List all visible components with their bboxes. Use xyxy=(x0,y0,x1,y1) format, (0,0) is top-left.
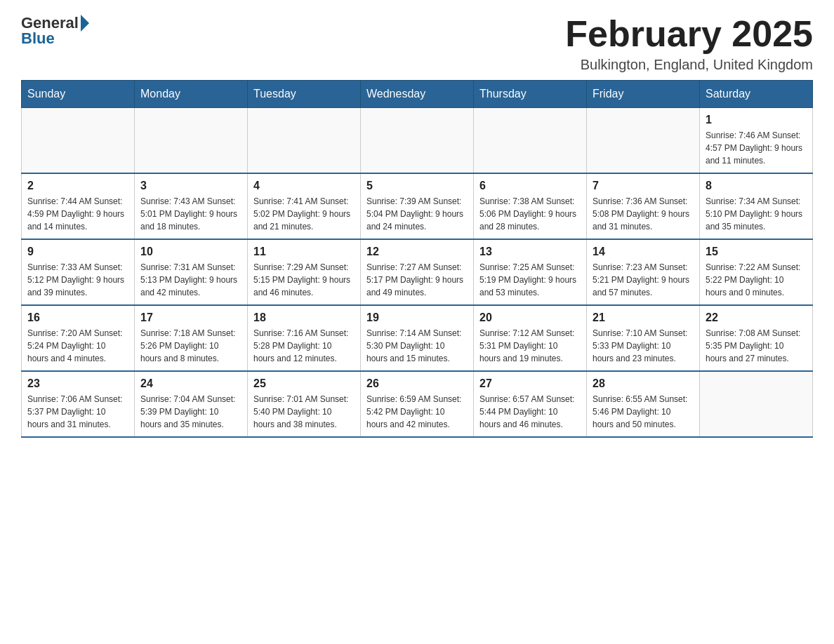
day-number: 9 xyxy=(27,246,128,258)
calendar-day: 5Sunrise: 7:39 AM Sunset: 5:04 PM Daylig… xyxy=(361,173,474,239)
day-number: 4 xyxy=(253,180,355,192)
logo: General Blue xyxy=(21,14,89,48)
day-number: 2 xyxy=(27,180,128,192)
calendar-day xyxy=(474,108,587,174)
calendar-day xyxy=(700,371,813,437)
calendar-day: 1Sunrise: 7:46 AM Sunset: 4:57 PM Daylig… xyxy=(700,108,813,174)
day-info: Sunrise: 7:18 AM Sunset: 5:26 PM Dayligh… xyxy=(140,327,241,365)
calendar-day: 2Sunrise: 7:44 AM Sunset: 4:59 PM Daylig… xyxy=(22,173,135,239)
day-info: Sunrise: 7:12 AM Sunset: 5:31 PM Dayligh… xyxy=(479,327,581,365)
day-info: Sunrise: 7:29 AM Sunset: 5:15 PM Dayligh… xyxy=(253,261,355,299)
calendar-day: 7Sunrise: 7:36 AM Sunset: 5:08 PM Daylig… xyxy=(587,173,700,239)
day-info: Sunrise: 7:43 AM Sunset: 5:01 PM Dayligh… xyxy=(140,195,241,233)
day-info: Sunrise: 6:57 AM Sunset: 5:44 PM Dayligh… xyxy=(479,393,581,431)
day-info: Sunrise: 7:27 AM Sunset: 5:17 PM Dayligh… xyxy=(366,261,468,299)
calendar-day: 8Sunrise: 7:34 AM Sunset: 5:10 PM Daylig… xyxy=(700,173,813,239)
day-number: 15 xyxy=(706,246,807,258)
day-number: 20 xyxy=(479,311,581,324)
calendar-day: 3Sunrise: 7:43 AM Sunset: 5:01 PM Daylig… xyxy=(135,173,248,239)
day-info: Sunrise: 6:59 AM Sunset: 5:42 PM Dayligh… xyxy=(366,393,468,431)
day-number: 14 xyxy=(593,246,694,258)
calendar-day: 12Sunrise: 7:27 AM Sunset: 5:17 PM Dayli… xyxy=(361,239,474,305)
day-number: 24 xyxy=(140,377,241,390)
calendar-day: 19Sunrise: 7:14 AM Sunset: 5:30 PM Dayli… xyxy=(361,305,474,371)
calendar-day: 27Sunrise: 6:57 AM Sunset: 5:44 PM Dayli… xyxy=(474,371,587,437)
weekday-header-friday: Friday xyxy=(587,81,700,108)
day-number: 7 xyxy=(593,180,694,192)
day-number: 19 xyxy=(366,311,468,324)
day-number: 21 xyxy=(593,311,694,324)
calendar-day xyxy=(22,108,135,174)
location-subtitle: Bulkington, England, United Kingdom xyxy=(565,57,813,73)
day-info: Sunrise: 7:06 AM Sunset: 5:37 PM Dayligh… xyxy=(27,393,128,431)
weekday-header-saturday: Saturday xyxy=(700,81,813,108)
calendar-day: 24Sunrise: 7:04 AM Sunset: 5:39 PM Dayli… xyxy=(135,371,248,437)
day-number: 17 xyxy=(140,311,241,324)
day-number: 1 xyxy=(706,114,807,126)
calendar-table: SundayMondayTuesdayWednesdayThursdayFrid… xyxy=(21,80,813,438)
calendar-header: SundayMondayTuesdayWednesdayThursdayFrid… xyxy=(22,81,813,108)
day-info: Sunrise: 7:04 AM Sunset: 5:39 PM Dayligh… xyxy=(140,393,241,431)
calendar-day: 18Sunrise: 7:16 AM Sunset: 5:28 PM Dayli… xyxy=(248,305,361,371)
calendar-day: 25Sunrise: 7:01 AM Sunset: 5:40 PM Dayli… xyxy=(248,371,361,437)
day-number: 27 xyxy=(479,377,581,390)
calendar-week-4: 16Sunrise: 7:20 AM Sunset: 5:24 PM Dayli… xyxy=(22,305,813,371)
day-number: 18 xyxy=(253,311,355,324)
calendar-day: 4Sunrise: 7:41 AM Sunset: 5:02 PM Daylig… xyxy=(248,173,361,239)
day-number: 10 xyxy=(140,246,241,258)
calendar-day: 16Sunrise: 7:20 AM Sunset: 5:24 PM Dayli… xyxy=(22,305,135,371)
day-number: 23 xyxy=(27,377,128,390)
calendar-week-5: 23Sunrise: 7:06 AM Sunset: 5:37 PM Dayli… xyxy=(22,371,813,437)
calendar-day xyxy=(248,108,361,174)
calendar-day: 26Sunrise: 6:59 AM Sunset: 5:42 PM Dayli… xyxy=(361,371,474,437)
day-info: Sunrise: 7:08 AM Sunset: 5:35 PM Dayligh… xyxy=(706,327,807,365)
day-info: Sunrise: 7:41 AM Sunset: 5:02 PM Dayligh… xyxy=(253,195,355,233)
day-number: 5 xyxy=(366,180,468,192)
day-info: Sunrise: 7:10 AM Sunset: 5:33 PM Dayligh… xyxy=(593,327,694,365)
calendar-day: 21Sunrise: 7:10 AM Sunset: 5:33 PM Dayli… xyxy=(587,305,700,371)
calendar-week-1: 1Sunrise: 7:46 AM Sunset: 4:57 PM Daylig… xyxy=(22,108,813,174)
weekday-header-sunday: Sunday xyxy=(22,81,135,108)
weekday-header-tuesday: Tuesday xyxy=(248,81,361,108)
calendar-day: 23Sunrise: 7:06 AM Sunset: 5:37 PM Dayli… xyxy=(22,371,135,437)
day-info: Sunrise: 7:23 AM Sunset: 5:21 PM Dayligh… xyxy=(593,261,694,299)
day-number: 16 xyxy=(27,311,128,324)
calendar-week-2: 2Sunrise: 7:44 AM Sunset: 4:59 PM Daylig… xyxy=(22,173,813,239)
calendar-day: 9Sunrise: 7:33 AM Sunset: 5:12 PM Daylig… xyxy=(22,239,135,305)
calendar-day xyxy=(361,108,474,174)
calendar-body: 1Sunrise: 7:46 AM Sunset: 4:57 PM Daylig… xyxy=(22,108,813,438)
day-info: Sunrise: 7:25 AM Sunset: 5:19 PM Dayligh… xyxy=(479,261,581,299)
day-number: 26 xyxy=(366,377,468,390)
weekday-header-monday: Monday xyxy=(135,81,248,108)
day-info: Sunrise: 7:46 AM Sunset: 4:57 PM Dayligh… xyxy=(706,129,807,167)
calendar-week-3: 9Sunrise: 7:33 AM Sunset: 5:12 PM Daylig… xyxy=(22,239,813,305)
weekday-header-thursday: Thursday xyxy=(474,81,587,108)
day-number: 3 xyxy=(140,180,241,192)
weekday-header-wednesday: Wednesday xyxy=(361,81,474,108)
day-number: 25 xyxy=(253,377,355,390)
calendar-day: 14Sunrise: 7:23 AM Sunset: 5:21 PM Dayli… xyxy=(587,239,700,305)
day-info: Sunrise: 7:34 AM Sunset: 5:10 PM Dayligh… xyxy=(706,195,807,233)
month-title: February 2025 xyxy=(565,14,813,54)
calendar-day xyxy=(587,108,700,174)
calendar-day: 15Sunrise: 7:22 AM Sunset: 5:22 PM Dayli… xyxy=(700,239,813,305)
day-info: Sunrise: 7:01 AM Sunset: 5:40 PM Dayligh… xyxy=(253,393,355,431)
day-number: 6 xyxy=(479,180,581,192)
day-number: 13 xyxy=(479,246,581,258)
day-number: 8 xyxy=(706,180,807,192)
day-number: 28 xyxy=(593,377,694,390)
title-block: February 2025 Bulkington, England, Unite… xyxy=(565,14,813,73)
day-info: Sunrise: 6:55 AM Sunset: 5:46 PM Dayligh… xyxy=(593,393,694,431)
day-info: Sunrise: 7:44 AM Sunset: 4:59 PM Dayligh… xyxy=(27,195,128,233)
day-number: 11 xyxy=(253,246,355,258)
page-header: General Blue February 2025 Bulkington, E… xyxy=(21,14,813,73)
day-info: Sunrise: 7:33 AM Sunset: 5:12 PM Dayligh… xyxy=(27,261,128,299)
calendar-day: 13Sunrise: 7:25 AM Sunset: 5:19 PM Dayli… xyxy=(474,239,587,305)
day-info: Sunrise: 7:39 AM Sunset: 5:04 PM Dayligh… xyxy=(366,195,468,233)
calendar-day: 11Sunrise: 7:29 AM Sunset: 5:15 PM Dayli… xyxy=(248,239,361,305)
calendar-day: 17Sunrise: 7:18 AM Sunset: 5:26 PM Dayli… xyxy=(135,305,248,371)
day-number: 22 xyxy=(706,311,807,324)
calendar-day xyxy=(135,108,248,174)
day-info: Sunrise: 7:20 AM Sunset: 5:24 PM Dayligh… xyxy=(27,327,128,365)
calendar-day: 6Sunrise: 7:38 AM Sunset: 5:06 PM Daylig… xyxy=(474,173,587,239)
